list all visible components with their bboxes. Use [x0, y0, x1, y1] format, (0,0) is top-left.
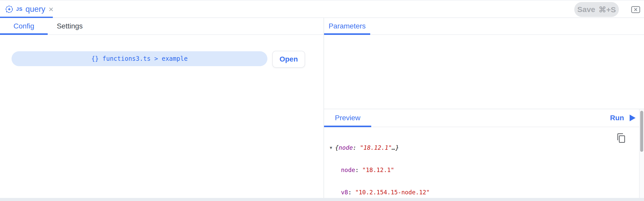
close-window-button[interactable]: ✕	[631, 6, 640, 13]
save-button[interactable]: Save ⌘+S	[574, 2, 619, 17]
vertical-scrollbar-thumb[interactable]	[640, 111, 643, 152]
console-entry-v8: v8: "10.2.154.15-node.12"	[329, 189, 634, 196]
run-button-label: Run	[610, 114, 624, 122]
run-button[interactable]: Run	[610, 109, 636, 127]
preview-console-output: ▼ {node: "18.12.1"…} node: "18.12.1" v8:…	[324, 128, 634, 198]
open-button[interactable]: Open	[272, 51, 305, 68]
tab-preview[interactable]: Preview	[324, 109, 371, 127]
js-language-badge: JS	[16, 6, 23, 12]
parameters-tab-row: Parameters	[324, 18, 644, 35]
tab-parameters[interactable]: Parameters	[324, 18, 370, 34]
save-shortcut-hint: ⌘+S	[599, 5, 616, 14]
editor-tab-query[interactable]: JS query ×	[0, 1, 53, 18]
copy-icon	[617, 133, 626, 144]
copy-output-button[interactable]	[617, 133, 626, 144]
function-sync-icon	[5, 5, 13, 13]
config-panel: Config Settings {} functions3.ts > examp…	[0, 18, 324, 198]
tab-config[interactable]: Config	[0, 18, 48, 34]
play-icon	[630, 115, 636, 121]
tab-close-icon[interactable]: ×	[49, 5, 54, 13]
editor-tab-title: query	[25, 5, 45, 14]
close-icon: ✕	[634, 7, 638, 12]
expand-triangle-icon[interactable]: ▼	[329, 144, 335, 152]
object-preview-text: {node: "18.12.1"…}	[335, 144, 399, 152]
preview-tab-row: Preview Run	[324, 109, 644, 127]
parameters-preview-panel: Parameters Preview Run ▼ {node: "18.12.1…	[324, 18, 644, 198]
console-entry-node: node: "18.12.1"	[329, 166, 634, 174]
function-reference-pill: {} functions3.ts > example	[12, 51, 267, 66]
tab-settings[interactable]: Settings	[48, 18, 92, 34]
save-button-label: Save	[577, 5, 595, 14]
function-runner-window: JS query × Save ⌘+S ✕ Config Settings {}…	[0, 0, 644, 201]
editor-tab-bar: JS query × Save ⌘+S ✕	[0, 0, 644, 18]
config-settings-tab-row: Config Settings	[0, 18, 324, 35]
console-object-summary[interactable]: ▼ {node: "18.12.1"…}	[329, 144, 634, 152]
horizontal-scrollbar-track[interactable]	[0, 198, 644, 201]
